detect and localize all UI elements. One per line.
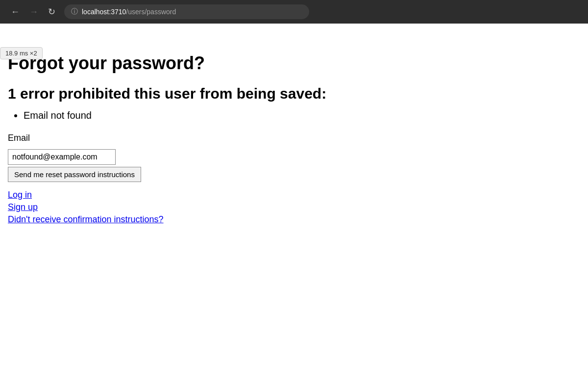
- browser-chrome: ← → ↻ ⓘ localhost:3710/users/password: [0, 0, 588, 24]
- page-content: 18.9 ms ×2 Forgot your password? 1 error…: [0, 24, 588, 233]
- login-link[interactable]: Log in: [8, 190, 580, 200]
- confirmation-link[interactable]: Didn't receive confirmation instructions…: [8, 214, 580, 225]
- error-section: 1 error prohibited this user from being …: [8, 85, 580, 121]
- error-item: Email not found: [24, 110, 580, 121]
- address-bar[interactable]: ⓘ localhost:3710/users/password: [64, 4, 309, 19]
- page-title: Forgot your password?: [8, 53, 580, 74]
- url-origin: localhost:3710: [82, 8, 126, 16]
- url-display: localhost:3710/users/password: [82, 8, 176, 16]
- back-button[interactable]: ←: [8, 5, 23, 18]
- email-label: Email: [8, 133, 580, 143]
- error-heading: 1 error prohibited this user from being …: [8, 85, 580, 102]
- error-list: Email not found: [24, 110, 580, 121]
- url-path: /users/password: [126, 8, 176, 16]
- signup-link[interactable]: Sign up: [8, 202, 580, 212]
- forward-button[interactable]: →: [26, 5, 41, 18]
- nav-buttons: ← → ↻: [8, 5, 58, 18]
- reload-button[interactable]: ↻: [45, 5, 58, 18]
- email-input[interactable]: [8, 149, 116, 165]
- form-section: Email Send me reset password instruction…: [8, 133, 580, 182]
- submit-button[interactable]: Send me reset password instructions: [8, 167, 141, 182]
- links-section: Log in Sign up Didn't receive confirmati…: [8, 190, 580, 225]
- perf-badge: 18.9 ms ×2: [0, 47, 43, 59]
- info-icon: ⓘ: [71, 7, 78, 16]
